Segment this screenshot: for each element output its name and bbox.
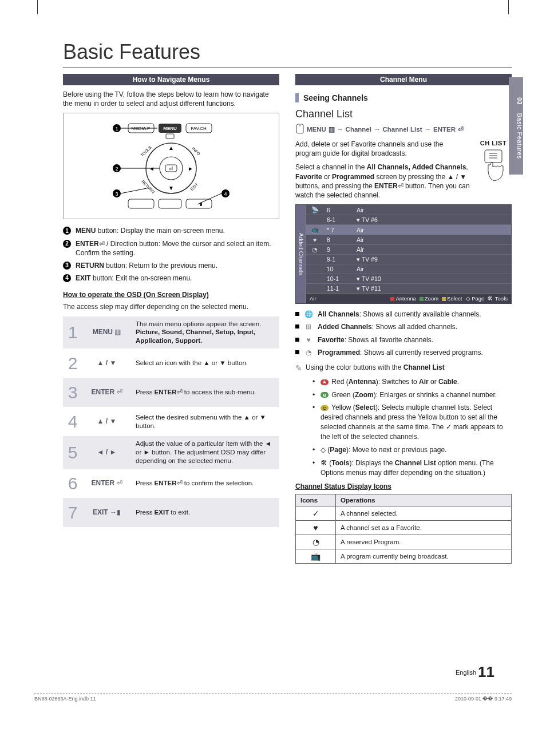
channel-type-item: ◔Programmed: Shows all currently reserve… xyxy=(295,348,512,357)
osd-note: The access step may differ depending on … xyxy=(63,302,279,311)
osd-row: 1 MENU ▥ The main menu options appear th… xyxy=(63,316,279,349)
nav-path: MENU▥ → Channel→ Channel List→ ENTER⏎ xyxy=(295,124,512,135)
osd-row: 6 ENTER ⏎ Press ENTER⏎ to confirm the se… xyxy=(63,469,279,498)
svg-text:▲: ▲ xyxy=(168,145,174,151)
svg-text:⏎: ⏎ xyxy=(169,166,173,172)
osd-table: 1 MENU ▥ The main menu options appear th… xyxy=(63,316,279,528)
svg-point-36 xyxy=(299,125,300,126)
channel-row: 10Air xyxy=(306,264,511,274)
osd-row: 5 ◄ / ► Adjust the value of a particular… xyxy=(63,436,279,469)
svg-line-31 xyxy=(121,188,149,193)
status-row: ◔A reserved Program. xyxy=(296,535,512,549)
osd-row: 7 EXIT →▮ Press EXIT to exit. xyxy=(63,498,279,527)
side-tab-label: Basic Features xyxy=(516,113,523,159)
page: 03 Basic Features Basic Features How to … xyxy=(0,0,546,715)
right-column: Channel Menu Seeing Channels Channel Lis… xyxy=(295,74,512,564)
channel-panel-tab: Added Channels xyxy=(296,205,306,303)
section-bar-icon xyxy=(295,93,299,102)
side-tab: 03 Basic Features xyxy=(509,77,523,175)
section-head: Seeing Channels xyxy=(295,93,512,102)
callout-item: 2 ENTER⏎ / Direction button: Move the cu… xyxy=(63,239,279,258)
svg-rect-20 xyxy=(159,199,181,208)
remote-illustration: MEDIA.P MENU FAV.CH ▲ ▼ ◄ ► ⏎ TO xyxy=(63,113,279,219)
channel-type-item: ♥Favorite: Shows all favorite channels. xyxy=(295,335,512,345)
columns: How to Navigate Menus Before using the T… xyxy=(63,74,512,564)
channel-row: 📺* 7Air xyxy=(306,224,511,235)
right-band: Channel Menu xyxy=(295,74,512,85)
svg-text:MENU: MENU xyxy=(163,126,177,131)
osd-row: 2 ▲ / ▼ Select an icon with the ▲ or ▼ b… xyxy=(63,349,279,378)
svg-rect-4 xyxy=(166,134,174,138)
callout-item: 4 EXIT button: Exit the on-screen menu. xyxy=(63,274,279,283)
side-tab-num: 03 xyxy=(516,97,523,105)
svg-text:4: 4 xyxy=(224,191,227,197)
callout-num: 3 xyxy=(63,262,71,270)
page-number: English 11 xyxy=(456,663,494,681)
svg-text:►: ► xyxy=(188,165,193,172)
channel-row: 📡6Air xyxy=(306,205,511,215)
callout-list: 1 MENU button: Display the main on-scree… xyxy=(63,226,279,283)
remote-icon xyxy=(295,124,304,135)
remote-svg: MEDIA.P MENU FAV.CH ▲ ▼ ◄ ► ⏎ TO xyxy=(97,120,246,212)
color-button-item: ◇ (Page): Move to next or previous page. xyxy=(312,445,512,455)
osd-row: 3 ENTER ⏎ Press ENTER⏎ to access the sub… xyxy=(63,378,279,407)
color-button-item: B Green (Zoom): Enlarges or shrinks a ch… xyxy=(312,390,512,400)
channel-types-list: 🌐All Channels: Shows all currently avail… xyxy=(295,310,512,357)
note-icon: ✎ xyxy=(295,363,302,374)
osd-heading: How to operate the OSD (On Screen Displa… xyxy=(63,291,279,299)
chlist-graphic: CH LIST xyxy=(475,140,512,185)
svg-text:3: 3 xyxy=(115,191,118,197)
left-band: How to Navigate Menus xyxy=(63,74,279,85)
svg-text:→▮: →▮ xyxy=(195,201,202,207)
status-heading: Channel Status Display Icons xyxy=(295,482,512,490)
channel-row: 10-1▾ TV #10 xyxy=(306,274,511,283)
footer: BN68-02663A-Eng.indb 11 2010-09-01 �� 9:… xyxy=(34,693,512,702)
channel-row: 9-1▾ TV #9 xyxy=(306,254,511,264)
hand-remote-icon xyxy=(477,148,510,183)
svg-text:1: 1 xyxy=(115,126,118,132)
color-button-item: 🛠 (Tools): Displays the Channel List opt… xyxy=(312,458,512,478)
left-intro: Before using the TV, follow the steps be… xyxy=(63,90,279,108)
channel-list-title: Channel List xyxy=(295,108,512,120)
channel-type-item: ⊞Added Channels: Shows all added channel… xyxy=(295,322,512,331)
callout-num: 2 xyxy=(63,240,71,248)
color-buttons-list: A Red (Antenna): Switches to Air or Cabl… xyxy=(312,377,512,478)
color-button-item: A Red (Antenna): Switches to Air or Cabl… xyxy=(312,377,512,387)
channel-row: 11-1▾ TV #11 xyxy=(306,283,511,293)
svg-text:FAV.CH: FAV.CH xyxy=(191,126,207,131)
callout-item: 1 MENU button: Display the main on-scree… xyxy=(63,226,279,235)
status-table: Icons Operations ✓A channel selected.♥A … xyxy=(295,494,512,564)
channel-type-item: 🌐All Channels: Shows all currently avail… xyxy=(295,310,512,319)
svg-rect-37 xyxy=(485,150,502,163)
channel-panel: Added Channels 📡6Air6-1▾ TV #6📺* 7Air♥8A… xyxy=(295,204,512,304)
svg-rect-19 xyxy=(128,199,154,208)
channel-row: 6-1▾ TV #6 xyxy=(306,215,511,224)
status-row: ✓A channel selected. xyxy=(296,506,512,520)
callout-num: 1 xyxy=(63,227,71,235)
svg-text:2: 2 xyxy=(115,166,118,172)
page-title: Basic Features xyxy=(63,40,512,68)
channel-row: ◔9Air xyxy=(306,244,511,254)
callout-num: 4 xyxy=(63,274,71,282)
channel-row: ♥8Air xyxy=(306,235,511,244)
status-row: ♥A channel set as a Favorite. xyxy=(296,520,512,535)
osd-row: 4 ▲ / ▼ Select the desired submenu with … xyxy=(63,407,279,436)
color-button-item: C Yellow (Select): Selects multiple chan… xyxy=(312,403,512,441)
callout-item: 3 RETURN button: Return to the previous … xyxy=(63,261,279,270)
channel-panel-footer: Air Antenna Zoom Select ◇ Page 🛠 Tools xyxy=(306,293,511,303)
left-column: How to Navigate Menus Before using the T… xyxy=(63,74,279,564)
status-row: 📺A program currently being broadcast. xyxy=(296,549,512,563)
color-note: ✎ Using the color buttons with the Chann… xyxy=(295,363,512,374)
channel-panel-body: 📡6Air6-1▾ TV #6📺* 7Air♥8Air◔9Air9-1▾ TV … xyxy=(306,205,511,303)
svg-text:▼: ▼ xyxy=(168,185,174,191)
